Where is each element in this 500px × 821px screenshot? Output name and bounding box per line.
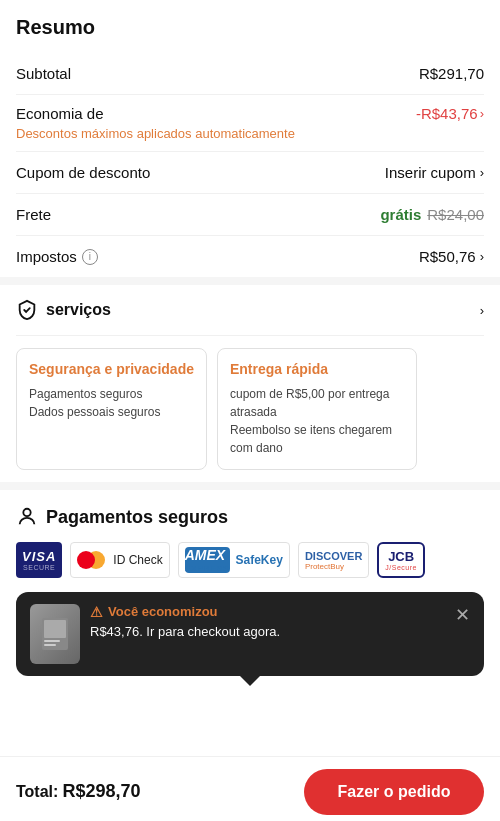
jcb-text: JCB	[388, 549, 414, 564]
jcb-badge: JCB J/Secure	[377, 542, 425, 578]
cupom-chevron: ›	[480, 165, 484, 180]
subtotal-row: Subtotal R$291,70	[16, 53, 484, 95]
total-wrapper: Total: R$298,70	[16, 781, 141, 802]
services-section: serviços › Segurança e privacidade Pagam…	[0, 285, 500, 482]
product-icon	[40, 616, 70, 652]
svg-point-0	[23, 509, 30, 516]
service-card-delivery-title: Entrega rápida	[230, 361, 404, 377]
toast-thumb-inner	[30, 604, 80, 664]
toast-thumbnail	[30, 604, 80, 664]
cupom-action-wrapper: Inserir cupom ›	[385, 164, 484, 181]
info-icon: i	[82, 249, 98, 265]
frete-label: Frete	[16, 206, 51, 223]
impostos-value-wrapper: R$50,76 ›	[419, 248, 484, 265]
visa-badge: VISA SECURE	[16, 542, 62, 578]
toast-notification: ⚠ Você economizou R$43,76. Ir para check…	[16, 592, 484, 676]
service-card-security-line1: Pagamentos seguros	[29, 385, 194, 403]
warning-icon: ⚠	[90, 604, 103, 620]
page-wrapper: Resumo Subtotal R$291,70 Economia de Des…	[0, 0, 500, 821]
service-card-delivery: Entrega rápida cupom de R$5,00 por entre…	[217, 348, 417, 470]
subtotal-label: Subtotal	[16, 65, 71, 82]
cupom-label: Cupom de desconto	[16, 164, 150, 181]
services-header[interactable]: serviços ›	[16, 285, 484, 336]
divider-2	[0, 482, 500, 490]
impostos-label-wrapper: Impostos i	[16, 248, 98, 265]
services-cards: Segurança e privacidade Pagamentos segur…	[16, 336, 484, 482]
visa-secure: SECURE	[23, 564, 55, 571]
amex-badge: AMEX EXPRESS SafeKey	[178, 542, 290, 578]
payments-logos: VISA SECURE ID Check AMEX EXPRESS SafeKe…	[16, 542, 484, 578]
divider-1	[0, 277, 500, 285]
impostos-label: Impostos	[16, 248, 77, 265]
service-card-delivery-line2: Reembolso se itens chegarem com dano	[230, 421, 404, 457]
services-label: serviços	[46, 301, 111, 319]
visa-text: VISA	[22, 549, 56, 564]
toast-close-button[interactable]: ✕	[455, 604, 470, 626]
frete-row: Frete grátis R$24,00	[16, 194, 484, 236]
cupom-action: Inserir cupom	[385, 164, 476, 181]
mastercard-badge: ID Check	[70, 542, 169, 578]
service-card-delivery-line1: cupom de R$5,00 por entrega atrasada	[230, 385, 404, 421]
economia-value: -R$43,76 ›	[416, 105, 484, 122]
discover-badge: DISCOVER ProtectBuy	[298, 542, 369, 578]
amex-inner: AMEX EXPRESS	[185, 547, 230, 573]
order-button[interactable]: Fazer o pedido	[304, 769, 484, 815]
frete-original: R$24,00	[427, 206, 484, 223]
person-icon	[16, 506, 38, 528]
safekey-label: SafeKey	[236, 553, 283, 567]
resumo-title: Resumo	[16, 16, 484, 39]
impostos-row[interactable]: Impostos i R$50,76 ›	[16, 236, 484, 277]
service-card-security: Segurança e privacidade Pagamentos segur…	[16, 348, 207, 470]
amex-sub: EXPRESS	[185, 564, 230, 573]
bottom-bar: Total: R$298,70 Fazer o pedido	[0, 756, 500, 822]
frete-gratis: grátis	[380, 206, 421, 223]
toast-header: ⚠ Você economizou	[90, 604, 445, 620]
total-label: Total:	[16, 783, 58, 800]
payments-title: Pagamentos seguros	[16, 506, 484, 528]
economia-link[interactable]: Descontos máximos aplicados automaticame…	[16, 126, 295, 141]
frete-value-wrapper: grátis R$24,00	[380, 206, 484, 223]
economia-row: Economia de Descontos máximos aplicados …	[16, 95, 484, 152]
discover-sub: ProtectBuy	[305, 562, 344, 571]
svg-rect-3	[44, 640, 60, 642]
svg-rect-2	[44, 620, 66, 638]
shield-icon	[16, 299, 38, 321]
mastercard-circles	[77, 551, 105, 569]
economia-label: Economia de	[16, 105, 295, 122]
svg-rect-4	[44, 644, 56, 646]
subtotal-value: R$291,70	[419, 65, 484, 82]
resumo-section: Resumo Subtotal R$291,70 Economia de Des…	[0, 0, 500, 277]
amex-text: AMEX	[185, 547, 225, 563]
toast-body: R$43,76. Ir para checkout agora.	[90, 623, 445, 641]
impostos-chevron: ›	[480, 249, 484, 264]
id-check-label: ID Check	[113, 553, 162, 567]
service-card-security-title: Segurança e privacidade	[29, 361, 194, 377]
service-card-security-line2: Dados pessoais seguros	[29, 403, 194, 421]
jcb-sub: J/Secure	[385, 564, 417, 571]
toast-content: ⚠ Você economizou R$43,76. Ir para check…	[90, 604, 445, 641]
services-header-left: serviços	[16, 299, 111, 321]
discover-text: DISCOVER	[305, 550, 362, 562]
economia-chevron: ›	[480, 106, 484, 121]
toast-arrow	[240, 676, 260, 686]
services-chevron: ›	[480, 303, 484, 318]
impostos-value: R$50,76	[419, 248, 476, 265]
cupom-row[interactable]: Cupom de desconto Inserir cupom ›	[16, 152, 484, 194]
total-value: R$298,70	[63, 781, 141, 801]
